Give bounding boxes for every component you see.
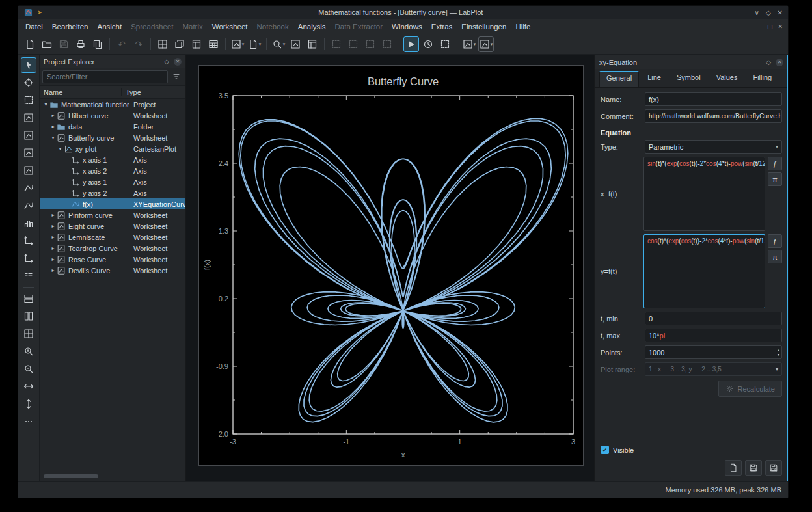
tree-item-x-axis-2[interactable]: x axis 2Axis xyxy=(40,165,185,176)
more-options-button[interactable] xyxy=(21,414,36,429)
dock-float-icon[interactable]: ◇ xyxy=(764,58,773,67)
tree-item-mathematical-functions[interactable]: ▾Mathematical functionsProject xyxy=(40,99,185,110)
tree-item-devil-s-curve[interactable]: ▸Devil's CurveWorksheet xyxy=(40,265,185,276)
tree-item-eight-curve[interactable]: ▸Eight curveWorksheet xyxy=(40,221,185,232)
visible-checkbox[interactable]: ✓ xyxy=(601,446,609,454)
add-worksheet-button[interactable] xyxy=(189,36,204,52)
tree-item-f-x[interactable]: f(x)XYEquationCurve xyxy=(40,198,185,209)
menu-extras[interactable]: Extras xyxy=(427,21,457,33)
tree-item-hilbert-curve[interactable]: ▸Hilbert curveWorksheet xyxy=(40,110,185,121)
shift-y-tool-button[interactable] xyxy=(21,396,36,412)
new-project-button[interactable] xyxy=(22,36,38,52)
menu-bearbeiten[interactable]: Bearbeiten xyxy=(47,21,93,33)
menu-analysis[interactable]: Analysis xyxy=(293,21,331,33)
expander-icon[interactable]: ▾ xyxy=(42,101,49,107)
add-histogram-button[interactable] xyxy=(21,215,36,231)
comment-input[interactable]: http://mathworld.wolfram.com/ButterflyCu… xyxy=(645,109,782,123)
vertical-layout-button[interactable] xyxy=(21,291,36,306)
close-icon[interactable]: ✕ xyxy=(778,9,783,16)
horizontal-scrollbar[interactable] xyxy=(44,474,98,478)
print-button[interactable] xyxy=(73,36,88,52)
grid-layout-button[interactable] xyxy=(21,326,36,342)
expander-icon[interactable]: ▸ xyxy=(49,212,57,218)
select-tool-button[interactable] xyxy=(21,57,36,73)
t-min-input[interactable]: 0 xyxy=(645,312,782,325)
tree-item-butterfly-curve[interactable]: ▾Butterfly curveWorksheet xyxy=(40,132,185,143)
add-plot-two-axes-button[interactable] xyxy=(21,128,36,143)
insert-function-button[interactable]: ƒ xyxy=(768,157,782,170)
add-xy-curve-button[interactable] xyxy=(21,180,36,196)
tree-item-piriform-curve[interactable]: ▸Piriform curveWorksheet xyxy=(40,209,185,221)
menu-ansicht[interactable]: Ansicht xyxy=(92,21,126,33)
expander-icon[interactable]: ▸ xyxy=(49,234,57,240)
expander-icon[interactable]: ▸ xyxy=(49,245,57,251)
expander-icon[interactable]: ▾ xyxy=(49,135,57,141)
add-horizontal-axis-button[interactable] xyxy=(21,233,36,249)
load-template-button[interactable] xyxy=(725,460,742,476)
menu-einstellungen[interactable]: Einstellungen xyxy=(457,21,511,33)
add-plot-four-axes-button[interactable] xyxy=(21,110,36,126)
tree-item-rose-curve[interactable]: ▸Rose CurveWorksheet xyxy=(40,254,185,265)
maximize-icon[interactable]: ◇ xyxy=(766,9,771,16)
t-max-input[interactable]: 10*pi xyxy=(645,329,782,342)
insert-constant-button[interactable]: π xyxy=(768,250,782,263)
butterfly-plot[interactable]: -3-1133.52.41.30.2-0.9-2.0Butterfly Curv… xyxy=(198,65,584,466)
search-input[interactable]: Search/Filter xyxy=(42,70,168,83)
tab-filling[interactable]: Filling xyxy=(746,71,779,87)
tab-general[interactable]: General xyxy=(599,71,639,87)
spin-up-icon[interactable]: ▴ xyxy=(778,348,779,353)
tree-item-y-axis-2[interactable]: y axis 2Axis xyxy=(40,187,185,198)
expander-icon[interactable]: ▸ xyxy=(49,124,57,129)
expander-icon[interactable]: ▾ xyxy=(57,146,64,152)
filter-icon[interactable] xyxy=(170,70,183,83)
mdi-close-icon[interactable]: ✕ xyxy=(778,23,783,30)
zoom-out-tool-button[interactable] xyxy=(21,361,36,377)
menu-datei[interactable]: Datei xyxy=(21,21,47,33)
expander-icon[interactable]: ▸ xyxy=(49,256,57,262)
minimize-icon[interactable]: ∨ xyxy=(755,9,759,16)
insert-constant-button[interactable]: π xyxy=(768,172,782,186)
tab-values[interactable]: Values xyxy=(709,71,745,87)
column-header-type[interactable]: Type xyxy=(122,88,185,96)
add-plot-centered-axes-button[interactable] xyxy=(21,145,36,161)
mdi-minimize-icon[interactable]: – xyxy=(759,23,762,30)
export-worksheet-button[interactable]: ▾ xyxy=(247,36,262,52)
auto-scale-button[interactable] xyxy=(437,36,453,52)
crosshair-tool-button[interactable] xyxy=(21,75,36,90)
menu-hilfe[interactable]: Hilfe xyxy=(511,21,535,33)
start-computation-button[interactable] xyxy=(403,36,419,52)
name-input[interactable]: f(x) xyxy=(645,92,782,106)
add-cartesian-plot-button[interactable] xyxy=(288,36,303,52)
zoom-in-tool-button[interactable] xyxy=(21,344,36,359)
spin-down-icon[interactable]: ▾ xyxy=(778,353,779,357)
type-select[interactable]: Parametric ▾ xyxy=(645,140,782,154)
elapsed-time-button[interactable] xyxy=(420,36,436,52)
pin-icon[interactable]: ➤ xyxy=(35,8,44,17)
export-button[interactable] xyxy=(90,36,105,52)
horizontal-layout-button[interactable] xyxy=(21,308,36,324)
points-spinbox[interactable]: 1000 ▴ ▾ xyxy=(645,345,782,359)
add-text-label-button[interactable] xyxy=(304,36,320,52)
tree-item-teardrop-curve[interactable]: ▸Teardrop CurveWorksheet xyxy=(40,243,185,254)
expander-icon[interactable]: ▸ xyxy=(49,223,57,229)
expander-icon[interactable]: ▸ xyxy=(49,113,57,118)
tree-item-data[interactable]: ▸dataFolder xyxy=(40,121,185,132)
mdi-restore-icon[interactable]: ▢ xyxy=(767,23,773,30)
tree-item-x-axis-1[interactable]: x axis 1Axis xyxy=(40,154,185,165)
add-spreadsheet-button[interactable] xyxy=(206,36,221,52)
insert-function-button[interactable]: ƒ xyxy=(768,234,782,248)
worksheet-view[interactable]: -3-1133.52.41.30.2-0.9-2.0Butterfly Curv… xyxy=(186,55,595,481)
open-project-button[interactable] xyxy=(39,36,55,52)
y-equation-input[interactable]: cos(t)*(exp(cos(t))-2*cos(4*t)-pow(sin(t… xyxy=(643,234,765,308)
tree-item-lemniscate[interactable]: ▸LemniscateWorksheet xyxy=(40,232,185,243)
save-button[interactable] xyxy=(745,460,762,476)
tile-windows-button[interactable] xyxy=(155,36,170,52)
save-as-template-button[interactable] xyxy=(765,460,782,476)
tab-line[interactable]: Line xyxy=(640,71,668,87)
dock-close-icon[interactable]: ✕ xyxy=(174,58,182,66)
add-equation-curve-button[interactable] xyxy=(21,198,36,213)
tab-symbol[interactable]: Symbol xyxy=(670,71,708,87)
dock-float-icon[interactable]: ◇ xyxy=(162,57,171,66)
add-vertical-axis-button[interactable] xyxy=(21,250,36,266)
tree-item-xy-plot[interactable]: ▾xy-plotCartesianPlot xyxy=(40,143,185,154)
